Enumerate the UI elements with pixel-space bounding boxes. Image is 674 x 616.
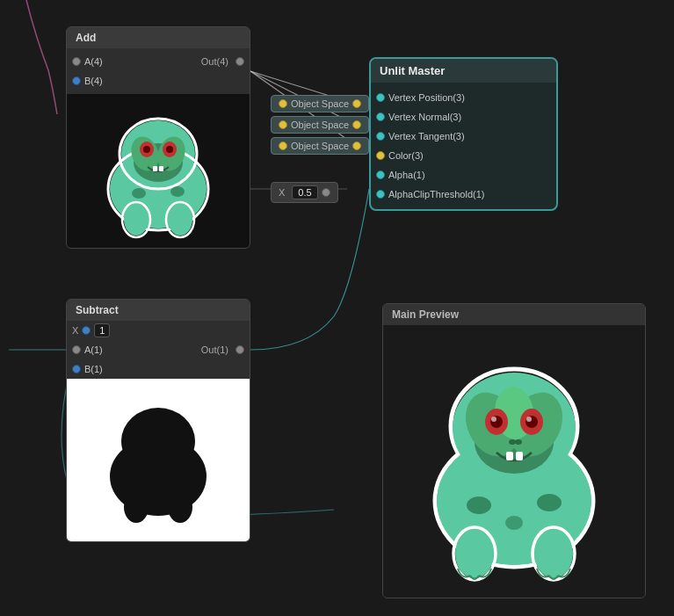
- connector-1-right-port: [352, 99, 361, 108]
- subtract-b-label: B(1): [84, 364, 244, 374]
- color-port: [376, 151, 385, 160]
- add-output-label: Out(4): [201, 56, 228, 67]
- add-preview: [67, 94, 250, 248]
- vertex-normal-label: Vertex Normal(3): [388, 112, 551, 122]
- connector-2-right-port: [352, 120, 361, 129]
- svg-rect-20: [153, 166, 157, 171]
- unlit-master-title: Unlit Master: [371, 59, 556, 83]
- unlit-row-alpha-clip: AlphaClipThreshold(1): [371, 185, 556, 204]
- alpha-port: [376, 170, 385, 179]
- subtract-out-label: Out(1): [201, 344, 228, 355]
- subtract-a-label: A(1): [84, 344, 198, 355]
- object-space-connector-1[interactable]: Object Space: [271, 95, 369, 112]
- vertex-normal-port: [376, 112, 385, 121]
- svg-point-18: [143, 146, 150, 153]
- svg-point-15: [170, 186, 185, 197]
- unlit-row-vertex-position: Vertex Position(3): [371, 88, 556, 107]
- x-value-box[interactable]: 0.5: [292, 185, 317, 199]
- svg-point-50: [526, 417, 532, 422]
- svg-point-43: [537, 494, 562, 511]
- main-preview-canvas: [383, 325, 645, 598]
- subtract-input-a-row: A(1) Out(1): [67, 340, 250, 359]
- connector-3-left-port: [279, 141, 287, 150]
- subtract-input-b-row: B(1): [67, 359, 250, 379]
- svg-point-22: [124, 204, 149, 236]
- svg-point-42: [467, 496, 491, 514]
- unlit-row-vertex-normal: Vertex Normal(3): [371, 107, 556, 127]
- connector-3-right-port: [352, 141, 361, 150]
- vertex-position-label: Vertex Position(3): [388, 92, 551, 103]
- svg-point-49: [491, 417, 496, 422]
- add-node: Add A(4) Out(4) B(4): [66, 26, 250, 249]
- bulbasaur-preview-svg: [79, 97, 237, 246]
- add-input-a-port: [72, 57, 81, 66]
- subtract-x-value[interactable]: 1: [94, 323, 110, 337]
- subtract-x-row: X 1: [67, 321, 250, 340]
- subtract-bulbasaur-svg: [77, 381, 240, 540]
- unlit-master-node: Unlit Master Vertex Position(3) Vertex N…: [369, 57, 558, 211]
- subtract-body: X 1 A(1) Out(1) B(1): [67, 321, 250, 379]
- main-preview-title: Main Preview: [383, 304, 645, 325]
- svg-point-23: [168, 204, 192, 236]
- subtract-x-label: X: [72, 325, 78, 336]
- connector-1-left-port: [279, 99, 287, 108]
- svg-point-52: [515, 439, 522, 445]
- svg-rect-54: [516, 452, 523, 460]
- connector-2-label: Object Space: [291, 120, 349, 130]
- unlit-row-alpha: Alpha(1): [371, 165, 556, 185]
- x-value-connector[interactable]: X 0.5: [271, 182, 338, 203]
- add-output-port: [236, 57, 244, 66]
- connector-2-left-port: [279, 120, 287, 129]
- subtract-node-title: Subtract: [67, 300, 250, 321]
- x-right-port: [322, 188, 330, 197]
- vertex-tangent-port: [376, 132, 385, 141]
- connector-3-label: Object Space: [291, 141, 349, 151]
- alpha-clip-port: [376, 190, 385, 199]
- color-label: Color(3): [388, 150, 551, 161]
- add-input-a-row: A(4) Out(4): [67, 52, 250, 71]
- unlit-row-color: Color(3): [371, 146, 556, 165]
- subtract-b-port: [72, 365, 81, 373]
- vertex-tangent-label: Vertex Tangent(3): [388, 131, 551, 141]
- main-preview-bulbasaur-svg: [391, 330, 637, 593]
- subtract-x-port: [82, 326, 91, 335]
- svg-point-19: [166, 146, 173, 153]
- vertex-position-port: [376, 93, 385, 102]
- add-node-title: Add: [67, 27, 250, 48]
- x-label: X: [279, 187, 285, 198]
- svg-point-56: [534, 529, 573, 578]
- svg-point-33: [123, 409, 193, 473]
- add-input-b-port: [72, 76, 81, 85]
- svg-point-44: [505, 516, 523, 530]
- add-input-b-row: B(4): [67, 71, 250, 91]
- alpha-clip-label: AlphaClipThreshold(1): [388, 189, 551, 199]
- svg-point-51: [509, 439, 516, 445]
- add-input-a-label: A(4): [84, 56, 198, 67]
- object-space-connector-2[interactable]: Object Space: [271, 116, 369, 134]
- object-space-connector-3[interactable]: Object Space: [271, 137, 369, 155]
- svg-point-55: [455, 529, 494, 578]
- unlit-row-vertex-tangent: Vertex Tangent(3): [371, 127, 556, 146]
- unlit-master-body: Vertex Position(3) Vertex Normal(3) Vert…: [371, 83, 556, 209]
- main-preview-node: Main Preview: [382, 303, 646, 598]
- svg-rect-21: [159, 166, 163, 171]
- add-input-b-label: B(4): [84, 76, 244, 86]
- subtract-node: Subtract X 1 A(1) Out(1) B(1): [66, 299, 250, 542]
- subtract-out-port: [236, 345, 244, 354]
- subtract-preview: [67, 379, 250, 541]
- connector-1-label: Object Space: [291, 98, 349, 109]
- alpha-label: Alpha(1): [388, 170, 551, 180]
- svg-point-14: [132, 188, 146, 199]
- svg-point-31: [124, 491, 149, 523]
- subtract-a-port: [72, 345, 81, 354]
- svg-rect-53: [506, 452, 513, 460]
- svg-point-32: [168, 491, 192, 523]
